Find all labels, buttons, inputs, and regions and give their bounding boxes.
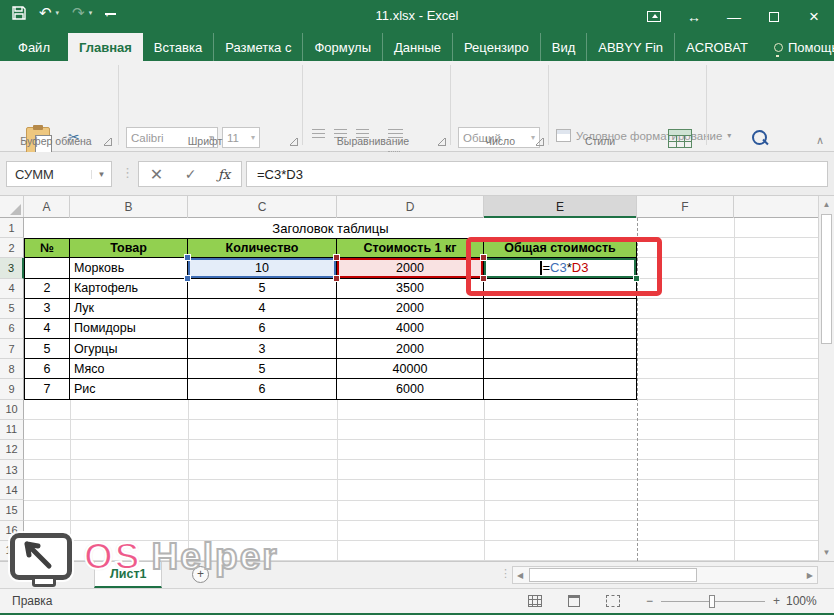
tab-help[interactable]: Помощь	[763, 33, 834, 61]
table-title-cell[interactable]: Заголовок таблицы	[24, 218, 637, 238]
col-header-f[interactable]: F	[637, 196, 734, 218]
number-dialog-launcher-icon[interactable]	[536, 138, 544, 146]
row-header[interactable]: 11	[0, 420, 24, 440]
name-box[interactable]: СУММ ▼	[6, 161, 112, 187]
maximize-icon[interactable]	[754, 9, 794, 25]
zoom-slider[interactable]	[661, 601, 765, 602]
tab-file[interactable]: Файл	[0, 33, 68, 61]
row-header[interactable]: 15	[0, 500, 24, 520]
cell-e8[interactable]	[484, 359, 637, 379]
cell-c3-referenced[interactable]: 10	[188, 258, 337, 278]
cell-c6[interactable]: 6	[188, 319, 337, 339]
col-header-c[interactable]: C	[188, 196, 337, 218]
zoom-percentage[interactable]: 100%	[786, 594, 817, 608]
row-header-selected[interactable]: 3	[0, 258, 24, 278]
vertical-scrollbar[interactable]: ▲ ▼	[818, 196, 834, 561]
cell-b5[interactable]: Лук	[70, 299, 188, 319]
cell-d4[interactable]: 3500	[337, 279, 484, 299]
zoom-slider-thumb[interactable]	[709, 595, 715, 608]
scroll-left-icon[interactable]: ◀	[517, 571, 523, 580]
cell-a8[interactable]: 6	[24, 359, 70, 379]
cell-b7[interactable]: Огурцы	[70, 339, 188, 359]
alignment-dialog-launcher-icon[interactable]	[438, 138, 446, 146]
cell-c5[interactable]: 4	[188, 299, 337, 319]
cell-d9[interactable]: 6000	[337, 379, 484, 399]
horizontal-scrollbar[interactable]: ◀ ▶	[512, 566, 818, 584]
collapse-ribbon-icon[interactable]: ∧	[816, 134, 824, 147]
page-layout-view-icon[interactable]	[568, 595, 580, 607]
tab-formulas[interactable]: Формулы	[302, 33, 382, 61]
cell-b3[interactable]: Морковь	[70, 258, 188, 278]
cell-c9[interactable]: 6	[188, 379, 337, 399]
tab-home[interactable]: Главная	[68, 33, 143, 61]
row-header[interactable]: 10	[0, 400, 24, 420]
cell-c4[interactable]: 5	[188, 279, 337, 299]
header-cell-c2[interactable]: Количество	[188, 238, 337, 258]
minimize-icon[interactable]: —	[714, 9, 754, 25]
scroll-up-icon[interactable]: ▲	[821, 200, 832, 209]
row-header[interactable]: 9	[0, 379, 24, 399]
row-header[interactable]: 7	[0, 339, 24, 359]
clipboard-dialog-launcher-icon[interactable]	[104, 138, 112, 146]
scroll-down-icon[interactable]: ▼	[821, 548, 832, 557]
tab-view[interactable]: Вид	[540, 33, 587, 61]
cell-c8[interactable]: 5	[188, 359, 337, 379]
col-header-d[interactable]: D	[337, 196, 484, 218]
tab-review[interactable]: Рецензиро	[452, 33, 540, 61]
cell-e5[interactable]	[484, 299, 637, 319]
cell-e7[interactable]	[484, 339, 637, 359]
page-break-view-icon[interactable]	[606, 595, 620, 607]
cell-e9[interactable]	[484, 379, 637, 399]
header-cell-d2[interactable]: Стоимость 1 кг	[337, 238, 484, 258]
tab-insert[interactable]: Вставка	[143, 33, 213, 61]
normal-view-icon[interactable]	[528, 595, 542, 607]
row-header[interactable]: 6	[0, 319, 24, 339]
zoom-out-icon[interactable]: −	[646, 594, 653, 608]
cell-b4[interactable]: Картофель	[70, 279, 188, 299]
row-header[interactable]: 5	[0, 299, 24, 319]
cell-b8[interactable]: Мясо	[70, 359, 188, 379]
cancel-icon[interactable]: ✕	[150, 165, 163, 184]
zoom-in-icon[interactable]: +	[773, 594, 780, 608]
cell-d3-referenced[interactable]: 2000	[337, 258, 484, 278]
cell-a3[interactable]	[24, 258, 70, 278]
row-header[interactable]: 8	[0, 359, 24, 379]
col-header-a[interactable]: A	[24, 196, 70, 218]
close-icon[interactable]: ×	[794, 7, 834, 27]
row-header[interactable]: 14	[0, 480, 24, 500]
formula-bar-resize-handle[interactable]: ⋮	[121, 165, 132, 180]
col-header-b[interactable]: B	[70, 196, 188, 218]
enter-icon[interactable]: ✓	[185, 166, 197, 182]
tab-abbyy[interactable]: ABBYY Fin	[586, 33, 674, 61]
cell-d7[interactable]: 2000	[337, 339, 484, 359]
horizontal-scroll-thumb[interactable]	[529, 568, 697, 582]
fullscreen-toggle-icon[interactable]: ↔	[674, 9, 714, 25]
cells-area[interactable]: Заголовок таблицы № Товар Количество Сто…	[24, 218, 818, 561]
cell-d6[interactable]: 4000	[337, 319, 484, 339]
cell-d5[interactable]: 2000	[337, 299, 484, 319]
cell-a9[interactable]: 7	[24, 379, 70, 399]
cell-b6[interactable]: Помидоры	[70, 319, 188, 339]
col-header-partial[interactable]	[734, 196, 818, 218]
font-dialog-launcher-icon[interactable]	[290, 138, 298, 146]
row-header[interactable]: 12	[0, 440, 24, 460]
row-header[interactable]: 4	[0, 279, 24, 299]
row-header[interactable]: 13	[0, 460, 24, 480]
tab-acrobat[interactable]: ACROBAT	[674, 33, 759, 61]
row-header[interactable]: 2	[0, 238, 24, 258]
header-cell-a2[interactable]: №	[24, 238, 70, 258]
vertical-scroll-thumb[interactable]	[821, 214, 832, 344]
cell-e6[interactable]	[484, 319, 637, 339]
select-all-corner[interactable]	[0, 196, 24, 217]
insert-function-icon[interactable]: ƒx	[218, 167, 230, 182]
row-header[interactable]: 1	[0, 218, 24, 238]
col-header-e[interactable]: E	[484, 196, 637, 218]
cell-c7[interactable]: 3	[188, 339, 337, 359]
scroll-right-icon[interactable]: ▶	[807, 571, 813, 580]
tab-data[interactable]: Данные	[382, 33, 452, 61]
formula-input[interactable]: =C3*D3	[246, 161, 828, 187]
cell-d8[interactable]: 40000	[337, 359, 484, 379]
cell-a5[interactable]: 3	[24, 299, 70, 319]
ribbon-display-options-icon[interactable]	[634, 9, 674, 25]
cell-a7[interactable]: 5	[24, 339, 70, 359]
